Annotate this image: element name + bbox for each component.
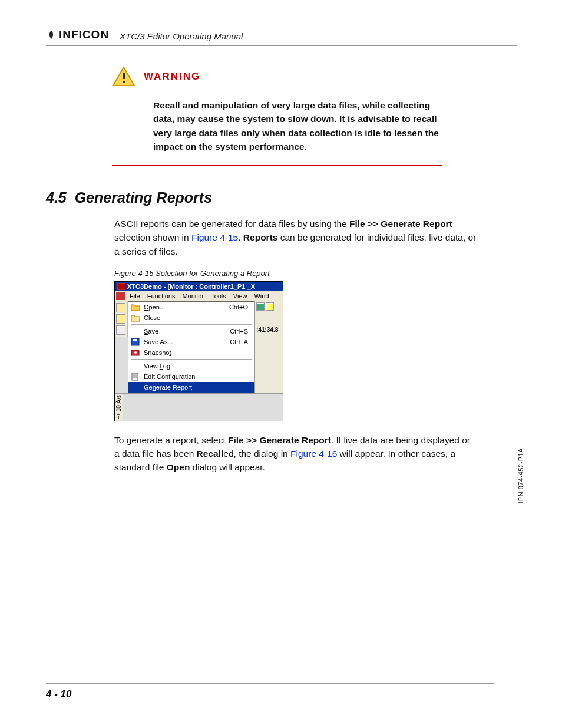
timestamp-label: :41:34.8 <box>255 312 283 334</box>
menu-separator <box>131 324 252 325</box>
app-icon <box>117 283 125 290</box>
menu-item-editconfig[interactable]: Edit Configuration <box>128 371 254 382</box>
warning-label: WARNING <box>144 71 200 83</box>
company-name: INFICON <box>59 28 109 41</box>
figure-screenshot: XTC3Demo - [Monitor : Controller1_P1 _X … <box>114 281 283 421</box>
menu-item-save[interactable]: Save Ctrl+S <box>128 326 254 337</box>
menu-item-generate-report[interactable]: Generate Report <box>128 382 254 393</box>
warning-divider-bottom <box>112 165 442 166</box>
menu-item-viewlog[interactable]: View Log <box>128 361 254 371</box>
menu-view[interactable]: View <box>230 292 250 300</box>
paragraph-2: To generate a report, select File >> Gen… <box>114 433 477 475</box>
window-title: XTC3Demo - [Monitor : Controller1_P1 _X <box>127 283 255 290</box>
menu-functions[interactable]: Functions <box>144 292 178 300</box>
menu-monitor[interactable]: Monitor <box>179 292 207 300</box>
menu-item-saveas[interactable]: Save As... Ctrl+A <box>128 337 254 347</box>
floppy-icon <box>131 338 140 346</box>
tool-handle-icon[interactable] <box>116 325 125 335</box>
page-header: INFICON XTC/3 Editor Operating Manual <box>46 28 517 46</box>
section-title: Generating Reports <box>75 189 212 206</box>
figure-caption: Figure 4-15 Selection for Generating a R… <box>114 269 517 278</box>
menubar: File Functions Monitor Tools View Wind <box>115 291 283 301</box>
menu-separator <box>131 359 252 360</box>
figure-xref-4-15[interactable]: Figure 4-15 <box>191 232 238 242</box>
warning-triangle-icon <box>112 66 135 87</box>
svg-point-5 <box>134 351 137 354</box>
menu-item-close[interactable]: Close <box>128 312 254 323</box>
left-toolbar <box>115 301 128 337</box>
menu-item-snapshot[interactable]: Snapshot <box>128 347 254 358</box>
page-footer: 4 - 10 <box>46 683 494 700</box>
tool-open-icon[interactable] <box>116 303 125 312</box>
ipn-label: IPN 074-452-P1A <box>517 448 524 503</box>
window-titlebar: XTC3Demo - [Monitor : Controller1_P1 _X <box>115 282 283 291</box>
section-number: 4.5 <box>46 189 67 206</box>
warning-block: WARNING Recall and manipulation of very … <box>112 66 442 166</box>
company-logo: INFICON <box>46 28 109 41</box>
logo-mark-icon <box>46 29 57 40</box>
snapshot-icon <box>131 348 140 357</box>
warning-body: Recall and manipulation of very large da… <box>153 98 442 153</box>
doc-icon <box>116 292 125 300</box>
tool-chart-icon[interactable] <box>256 302 265 311</box>
menu-file[interactable]: File <box>127 292 143 300</box>
menu-tools[interactable]: Tools <box>208 292 229 300</box>
tool-lock-icon[interactable] <box>116 314 125 324</box>
page-number: 4 - 10 <box>46 689 71 700</box>
svg-rect-1 <box>123 81 125 83</box>
menu-item-open[interactable]: Open... Ctrl+O <box>128 302 254 312</box>
doc-edit-icon <box>131 373 140 381</box>
tool-notes-icon[interactable] <box>266 302 274 311</box>
open-folder-icon <box>131 303 140 311</box>
axis-label: ± 10 Å/s <box>115 394 123 421</box>
close-folder-icon <box>131 314 140 322</box>
warning-divider-top <box>112 90 442 90</box>
manual-title: XTC/3 Editor Operating Manual <box>120 31 243 41</box>
section-heading: 4.5 Generating Reports <box>46 189 517 206</box>
svg-rect-3 <box>133 339 137 341</box>
menu-window[interactable]: Wind <box>251 292 272 300</box>
right-toolbar-area: :41:34.8 <box>254 301 283 393</box>
svg-rect-0 <box>123 73 125 79</box>
figure-xref-4-16[interactable]: Figure 4-16 <box>290 449 337 459</box>
svg-rect-6 <box>132 373 138 380</box>
file-dropdown-menu: Open... Ctrl+O Close Save Ctrl+S <box>128 301 254 393</box>
paragraph-1: ASCII reports can be generated for data … <box>114 217 477 258</box>
